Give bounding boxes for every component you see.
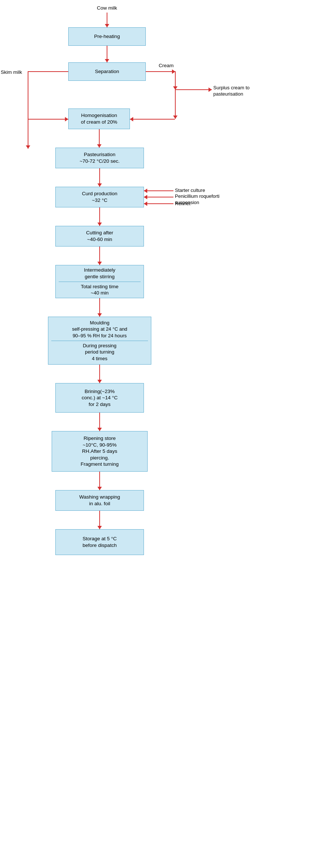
moulding-label1: Mouldingself-pressing at 24 °C and90–95 … xyxy=(72,320,127,339)
arrow-washing-storage xyxy=(99,511,100,529)
label-cow-milk: Cow milk xyxy=(85,5,129,11)
label-skim-milk: Skim milk xyxy=(1,69,30,75)
arrow-ripening-washing xyxy=(99,472,100,490)
arrow-sep-cream-h xyxy=(146,71,175,72)
arrow-sep-left-h xyxy=(28,71,68,72)
label-surplus-cream: Surplus cream topasteurisation xyxy=(213,85,272,97)
box-separation: Separation xyxy=(68,62,146,81)
box-stirring: Intermediatelygentle stirring Total rest… xyxy=(55,265,144,298)
moulding-divider xyxy=(51,341,148,341)
arrow-curd-cutting xyxy=(99,207,100,226)
arrow-skimmilk-down xyxy=(28,71,28,149)
box-brining: Brining(~23%conc.) at ~14 °Cfor 2 days xyxy=(55,383,144,413)
arrow-rennet xyxy=(144,203,173,204)
label-rennet: Rennet xyxy=(175,201,190,207)
arrow-homo-down xyxy=(99,129,100,148)
arrow-starter-culture xyxy=(144,190,173,191)
stirring-label2: Total resting time~40 min xyxy=(81,283,118,296)
arrow-brining-ripening xyxy=(99,413,100,431)
arrow-skimmilk-homo-h xyxy=(28,119,68,120)
arrow-cutting-stirring xyxy=(99,247,100,265)
label-cream: Cream xyxy=(159,63,181,68)
arrow-cream-down xyxy=(175,71,176,90)
stirring-divider xyxy=(59,282,141,282)
flow-diagram: Cow milk Pre-heating Separation Skim mil… xyxy=(0,0,310,868)
arrow-cowmilk-preheating xyxy=(107,13,107,27)
arrow-cream-homo-h xyxy=(130,119,175,120)
box-curd-production: Curd production~32 °C xyxy=(55,187,144,207)
arrow-past-curd xyxy=(99,168,100,187)
box-washing: Washing wrappingin alu. foil xyxy=(55,490,144,511)
arrow-stirring-moulding xyxy=(99,298,100,317)
arrow-moulding-brining xyxy=(99,365,100,383)
box-preheating: Pre-heating xyxy=(68,27,146,46)
stirring-label1: Intermediatelygentle stirring xyxy=(84,267,116,280)
arrow-preheating-separation xyxy=(107,46,107,62)
label-starter-culture: Starter culture xyxy=(175,187,205,194)
box-cutting: Cutting after~40-60 min xyxy=(55,226,144,247)
box-moulding: Mouldingself-pressing at 24 °C and90–95 … xyxy=(48,317,151,365)
box-storage: Storage at 5 °Cbefore dispatch xyxy=(55,529,144,555)
arrow-cream-homo xyxy=(175,89,176,119)
arrow-penicillium xyxy=(144,197,173,197)
box-pasteurisation: Pasteurisation~70-72 °C/20 sec. xyxy=(55,148,144,168)
box-homogenisation: Homogenisationof cream of 20% xyxy=(68,108,130,129)
moulding-label2: During pressingperiod turning4 times xyxy=(83,342,116,362)
arrow-cream-surplus-h xyxy=(175,89,212,90)
box-ripening: Ripening store~10°C, 90-95%RH.After 5 da… xyxy=(52,431,148,472)
